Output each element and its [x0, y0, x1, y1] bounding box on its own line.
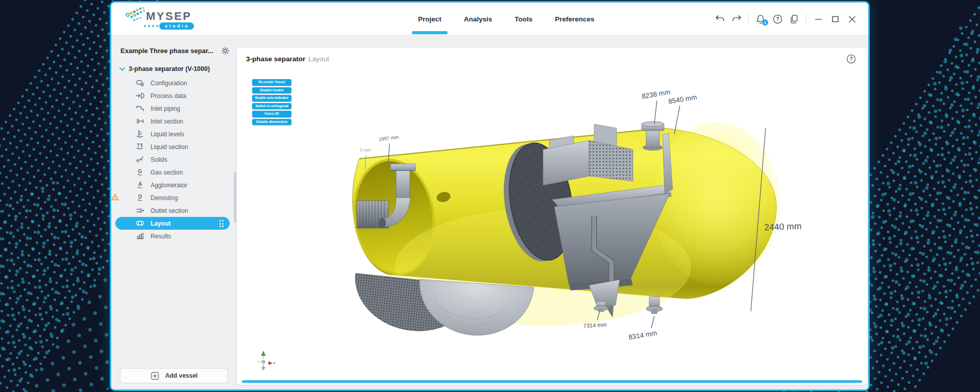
dim-label-1897: 1897 mm: [378, 134, 399, 142]
sidebar-item-agglomerator[interactable]: A Agglomerator: [115, 179, 230, 191]
app-window: MYSEP studio Project Analysis Tools Pref…: [110, 1, 870, 391]
sidebar-item-label: Demisting: [151, 194, 178, 202]
dim-line-8238: [654, 101, 657, 124]
close-icon[interactable]: [847, 14, 857, 24]
sidebar-item-label: Process data: [151, 92, 186, 100]
inlet-section-icon: [136, 117, 144, 126]
add-vessel-label: Add vessel: [165, 372, 198, 379]
project-title: Example Three phase separ...: [120, 47, 221, 55]
solids-icon: [136, 155, 144, 164]
inlet-piping-icon: [136, 104, 144, 113]
copy-icon[interactable]: [789, 14, 799, 24]
chevron-down-icon: [119, 67, 125, 71]
liquid-section-icon: [136, 142, 144, 151]
sidebar-item-inlet-piping[interactable]: Inlet piping: [115, 102, 230, 115]
svg-text:D: D: [138, 194, 142, 200]
svg-text:?: ?: [776, 16, 779, 22]
panel-subtitle: Layout: [308, 55, 329, 63]
app-body: Example Three phase separ... 3-phase sep…: [111, 35, 868, 389]
sidebar-item-label: Agglomerator: [151, 182, 187, 189]
sidebar-item-solids[interactable]: Solids: [115, 153, 230, 166]
nav-analysis[interactable]: Analysis: [456, 3, 501, 35]
dim-label-7314: 7314 mm: [583, 322, 607, 329]
sidebar-item-process-data[interactable]: Process data: [115, 89, 230, 102]
configuration-icon: [136, 79, 144, 87]
app-header: MYSEP studio Project Analysis Tools Pref…: [111, 3, 868, 35]
svg-text:A: A: [138, 181, 142, 187]
help-icon[interactable]: ?: [772, 14, 782, 24]
sidebar-item-label: Layout: [151, 220, 170, 227]
sidebar-item-layout[interactable]: Layout: [115, 217, 230, 230]
dim-label-8540: 8540 mm: [668, 93, 697, 106]
sidebar-scrollbar[interactable]: [234, 172, 236, 223]
maximize-icon[interactable]: [830, 14, 840, 24]
recenter-vessel-button[interactable]: Re-center Vessel: [252, 79, 291, 86]
tree-root-vessel[interactable]: 3-phase separator (V-1000): [111, 65, 237, 72]
view-control-buttons: Re-center Vessel Disable locator Enable …: [252, 79, 291, 125]
project-settings-gear-icon[interactable]: [221, 46, 230, 55]
drag-handle-icon[interactable]: [219, 220, 224, 227]
layout-panel-header: 3-phase separator Layout ?: [237, 47, 867, 70]
sidebar: Example Three phase separ... 3-phase sep…: [111, 35, 237, 389]
minimize-icon[interactable]: [813, 14, 823, 24]
sidebar-item-demisting[interactable]: D Demisting: [115, 191, 230, 204]
sidebar-item-label: Results: [151, 233, 171, 240]
force-2d-button[interactable]: Force 2D: [252, 111, 291, 117]
add-vessel-button[interactable]: Add vessel: [120, 368, 228, 383]
titlebar-separator: [748, 14, 749, 24]
sidebar-item-gas-section[interactable]: G Gas section: [115, 166, 230, 179]
plus-icon: [151, 372, 159, 380]
dim-label-0: 0 mm: [360, 148, 371, 153]
sidebar-item-label: Configuration: [151, 80, 187, 87]
warning-icon: [111, 193, 119, 201]
liquid-levels-icon: [136, 130, 144, 138]
brand-name: MYSEP: [146, 10, 192, 23]
vessel-tree: Configuration Process data Inlet piping …: [111, 77, 237, 242]
agglomerator-icon: A: [136, 181, 144, 189]
panel-help-icon[interactable]: ?: [846, 54, 856, 64]
main-nav: Project Analysis Tools Preferences: [410, 3, 603, 35]
sidebar-item-label: Liquid levels: [151, 131, 184, 138]
axis-indicator-button[interactable]: Enable axis indicator: [252, 95, 291, 102]
sidebar-item-liquid-section[interactable]: Liquid section: [115, 140, 230, 153]
nav-project[interactable]: Project: [410, 3, 450, 35]
brand-swirl-icon: [126, 7, 146, 24]
titlebar-separator: [806, 14, 806, 24]
sidebar-item-configuration[interactable]: Configuration: [115, 77, 230, 89]
layout-panel: 3-phase separator Layout ? Re-center Ves…: [237, 47, 867, 385]
vessel-3d-canvas[interactable]: 8238 mm 8540 mm 1897 mm 0 mm 2440 mm 731…: [237, 47, 867, 385]
disable-locator-button[interactable]: Disable locator: [252, 87, 291, 94]
nav-preferences[interactable]: Preferences: [547, 3, 602, 35]
results-icon: [136, 232, 144, 240]
dim-label-8314: 8314 mm: [628, 329, 657, 341]
sidebar-item-label: Liquid section: [151, 143, 188, 151]
demisting-icon: D: [136, 193, 144, 202]
orthogonal-button[interactable]: Switch to orthogonal: [252, 103, 291, 110]
sidebar-item-label: Gas section: [151, 169, 183, 176]
svg-text:G: G: [138, 168, 142, 174]
panel-title: 3-phase separator: [246, 55, 305, 63]
brand-tagline: studio: [159, 22, 194, 30]
redo-icon[interactable]: [731, 14, 742, 24]
sidebar-item-label: Outlet section: [151, 207, 188, 214]
sidebar-item-liquid-levels[interactable]: Liquid levels: [115, 128, 230, 140]
titlebar-controls: 1 ?: [715, 3, 857, 35]
nav-tools[interactable]: Tools: [506, 3, 541, 35]
layout-icon: [136, 219, 144, 228]
svg-text:?: ?: [849, 56, 852, 62]
axis-gizmo-icon[interactable]: [257, 351, 275, 371]
canvas-bottom-accent-bar: [242, 380, 862, 383]
outlet-section-icon: [136, 206, 144, 215]
dimensions-button[interactable]: Disable dimensions: [252, 119, 291, 126]
notification-badge: 1: [762, 19, 768, 26]
dim-line-8314: [651, 316, 654, 328]
sidebar-item-outlet-section[interactable]: Outlet section: [115, 204, 230, 217]
dim-label-8238: 8238 mm: [641, 88, 671, 101]
gas-section-icon: G: [136, 168, 144, 177]
sidebar-item-results[interactable]: Results: [115, 230, 230, 242]
sidebar-item-label: Inlet piping: [151, 105, 180, 112]
notifications-icon[interactable]: 1: [755, 14, 766, 24]
tree-root-label: 3-phase separator (V-1000): [129, 65, 210, 72]
sidebar-item-inlet-section[interactable]: Inlet section: [115, 115, 230, 128]
undo-icon[interactable]: [715, 14, 725, 24]
